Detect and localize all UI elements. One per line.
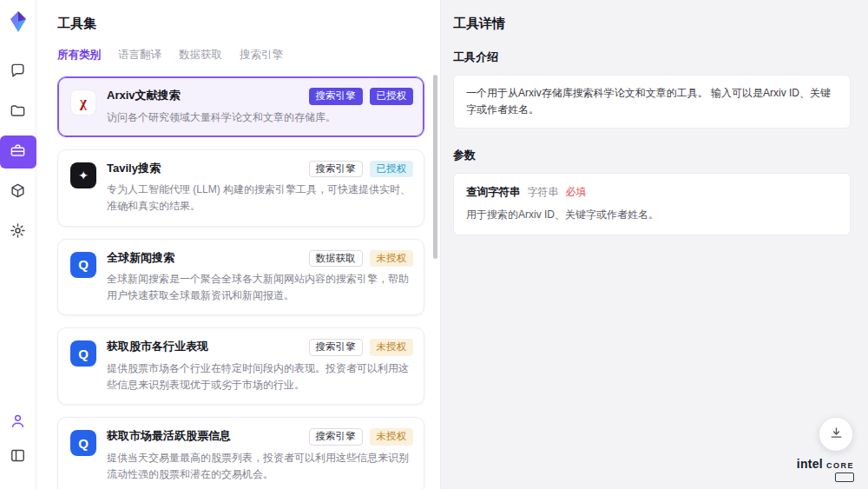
tool-description: 全球新闻搜索是一个聚合全球各大新闻网站内容的搜索引擎，帮助用户快速获取全球最新资… <box>107 271 413 304</box>
tool-card-arxiv[interactable]: χ Arxiv文献搜索 搜索引擎 已授权 访问各个研究领域大量科学论文和文章的存… <box>57 76 424 137</box>
tool-intro-text: 一个用于从Arxiv存储库搜索科学论文和文章的工具。 输入可以是Arxiv ID… <box>453 75 851 129</box>
auth-status-badge: 未授权 <box>370 428 414 446</box>
download-icon <box>829 426 844 444</box>
tool-name: 全球新闻搜索 <box>107 250 181 266</box>
tool-card-tavily[interactable]: ✦ Tavily搜索 搜索引擎 已授权 专为人工智能代理 (LLM) 构建的搜索… <box>57 149 424 227</box>
auth-status-badge: 未授权 <box>370 250 414 268</box>
tool-name: 获取股市各行业表现 <box>107 339 215 354</box>
tavily-icon: ✦ <box>70 162 96 188</box>
param-name: 查询字符串 <box>466 185 521 200</box>
sidebar <box>0 0 36 489</box>
tool-name: 获取市场最活跃股票信息 <box>107 428 238 444</box>
category-tabs: 所有类别 语言翻译 数据获取 搜索引擎 <box>57 48 424 63</box>
arxiv-icon: χ <box>70 89 96 116</box>
news-search-icon: Q <box>70 252 96 278</box>
tool-name: Arxiv文献搜索 <box>107 88 187 103</box>
sidebar-item-packages[interactable] <box>0 175 36 208</box>
sidebar-item-collapse[interactable] <box>0 440 36 473</box>
detail-title: 工具详情 <box>453 16 851 32</box>
tool-detail-panel: 工具详情 工具介绍 一个用于从Arxiv存储库搜索科学论文和文章的工具。 输入可… <box>441 0 868 489</box>
list-scrollbar[interactable] <box>433 75 437 259</box>
category-badge: 搜索引擎 <box>309 428 363 446</box>
category-badge: 搜索引擎 <box>309 88 363 105</box>
download-button[interactable] <box>819 418 852 451</box>
category-badge: 搜索引擎 <box>309 339 363 356</box>
gear-icon <box>10 222 26 242</box>
stock-data-icon: Q <box>70 340 96 367</box>
intel-badge-box <box>835 472 854 482</box>
tool-card-active-stocks[interactable]: Q 获取市场最活跃股票信息 搜索引擎 未授权 提供当天交易量最高的股票列表，投资… <box>57 417 424 489</box>
tool-name: Tavily搜索 <box>107 161 168 176</box>
folder-icon <box>10 102 26 122</box>
app-window: 工具集 所有类别 语言翻译 数据获取 搜索引擎 χ Arxiv文献搜索 搜索引擎… <box>0 0 868 489</box>
tool-description: 提供股票市场各个行业在特定时间段内的表现。投资者可以利用这些信息来识别表现优于或… <box>107 360 413 393</box>
sidebar-item-tools[interactable] <box>0 135 36 169</box>
tool-card-global-news[interactable]: Q 全球新闻搜索 数据获取 未授权 全球新闻搜索是一个聚合全球各大新闻网站内容的… <box>57 239 424 316</box>
tool-description: 访问各个研究领域大量科学论文和文章的存储库。 <box>107 109 413 126</box>
tab-all-categories[interactable]: 所有类别 <box>57 48 101 63</box>
chat-icon <box>10 63 26 83</box>
tab-data-fetch[interactable]: 数据获取 <box>179 48 222 63</box>
auth-status-badge: 未授权 <box>370 339 414 356</box>
tab-translation[interactable]: 语言翻译 <box>118 48 161 63</box>
category-badge: 搜索引擎 <box>309 161 363 178</box>
parameter-card: 查询字符串 字符串 必填 用于搜索的Arxiv ID、关键字或作者姓名。 <box>453 173 851 235</box>
briefcase-icon <box>10 142 26 162</box>
box-icon <box>10 182 26 202</box>
auth-status-badge: 已授权 <box>370 88 414 105</box>
user-icon <box>10 413 26 433</box>
intro-section-title: 工具介绍 <box>453 50 851 65</box>
param-description: 用于搜索的Arxiv ID、关键字或作者姓名。 <box>466 208 838 222</box>
sidebar-item-settings[interactable] <box>0 215 36 248</box>
page-title: 工具集 <box>57 16 424 32</box>
app-logo-icon <box>8 10 29 33</box>
tool-description: 专为人工智能代理 (LLM) 构建的搜索引擎工具，可快速提供实时、准确和真实的结… <box>107 182 413 215</box>
sidebar-item-account[interactable] <box>0 406 36 439</box>
param-type: 字符串 <box>528 185 559 200</box>
tool-card-sector-performance[interactable]: Q 获取股市各行业表现 搜索引擎 未授权 提供股票市场各个行业在特定时间段内的表… <box>57 327 424 405</box>
param-required-badge: 必填 <box>566 185 587 200</box>
sidebar-item-files[interactable] <box>0 96 36 129</box>
tool-list-panel: 工具集 所有类别 语言翻译 数据获取 搜索引擎 χ Arxiv文献搜索 搜索引擎… <box>36 0 441 489</box>
tool-description: 提供当天交易量最高的股票列表，投资者可以利用这些信息来识别流动性强的股票和潜在的… <box>107 450 413 483</box>
params-section-title: 参数 <box>453 148 851 163</box>
panel-layout-icon <box>10 447 26 467</box>
stock-data-icon: Q <box>70 430 96 456</box>
sidebar-item-chat[interactable] <box>0 56 36 89</box>
intel-core-logo: intel CORE <box>797 457 854 482</box>
category-badge: 数据获取 <box>309 250 363 268</box>
tab-search-engine[interactable]: 搜索引擎 <box>240 48 283 63</box>
auth-status-badge: 已授权 <box>370 161 414 178</box>
intel-brand-text: intel <box>797 457 823 471</box>
intel-core-text: CORE <box>826 461 854 470</box>
